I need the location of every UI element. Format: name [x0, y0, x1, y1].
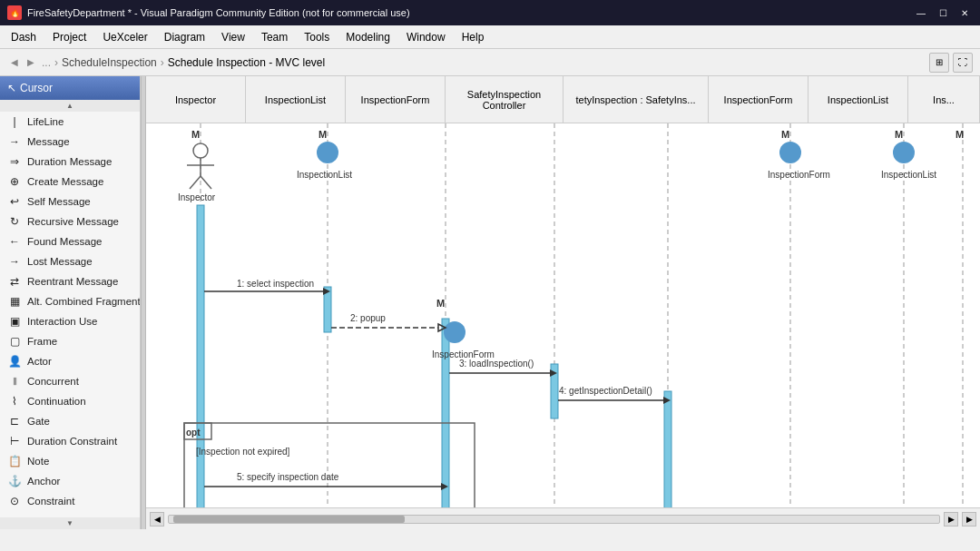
self-message-icon: ↩	[7, 194, 22, 209]
panel-item-label-create-message: Create Message	[27, 176, 103, 187]
svg-point-9	[193, 143, 208, 158]
lifeline-tab-safetycontroller[interactable]: SafetyInspectionController	[446, 76, 564, 123]
close-button[interactable]: ✕	[956, 5, 973, 21]
duration-constraint-icon: ⊢	[7, 434, 22, 448]
panel-item-message[interactable]: →Message	[0, 132, 140, 152]
panel-item-actor[interactable]: 👤Actor	[0, 351, 140, 371]
scroll-left-button[interactable]: ◀	[150, 512, 164, 526]
panel-item-lost-message[interactable]: →Lost Message	[0, 251, 140, 271]
breadcrumb-link[interactable]: ScheduleInspection	[62, 56, 157, 69]
lifeline-tab-inspectionform1[interactable]: InspectionForm	[346, 76, 446, 123]
scroll-expand-button[interactable]: ▶	[962, 512, 976, 526]
lifeline-tab-inspectionform2[interactable]: InspectionForm	[709, 76, 808, 123]
menu-item-help[interactable]: Help	[455, 29, 492, 45]
svg-text:Inspector: Inspector	[178, 192, 216, 202]
lifeline-tab-ins[interactable]: Ins...	[908, 76, 980, 123]
panel-item-found-message[interactable]: ←Found Message	[0, 231, 140, 251]
panel-item-label-interaction-use: Interaction Use	[27, 316, 97, 327]
panel-item-label-duration-constraint: Duration Constraint	[27, 436, 117, 447]
menu-item-dash[interactable]: Dash	[4, 29, 44, 45]
panel-item-lifeline[interactable]: |LifeLine	[0, 112, 140, 132]
panel-scroll-up[interactable]: ▲	[0, 100, 140, 112]
panel-item-label-lost-message: Lost Message	[27, 256, 93, 267]
svg-text:M: M	[895, 129, 903, 140]
svg-text:2: popup: 2: popup	[350, 313, 386, 323]
panel-item-gate[interactable]: ⊏Gate	[0, 411, 140, 431]
panel-item-label-alt-combined-fragment: Alt. Combined Fragment	[27, 296, 140, 307]
svg-line-12	[190, 176, 201, 189]
panel-scroll-down[interactable]: ▼	[0, 517, 140, 529]
frame-icon: ▢	[7, 334, 22, 349]
breadcrumb-current: Schedule Inspection - MVC level	[168, 56, 325, 69]
panel-item-continuation[interactable]: ⌇Continuation	[0, 391, 140, 411]
panel-item-reentrant-message[interactable]: ⇄Reentrant Message	[0, 271, 140, 291]
lost-message-icon: →	[7, 254, 22, 269]
panel-item-note[interactable]: 📋Note	[0, 451, 140, 471]
panel-item-anchor[interactable]: ⚓Anchor	[0, 471, 140, 491]
panel-item-interaction-use[interactable]: ▣Interaction Use	[0, 311, 140, 331]
panel-item-label-self-message: Self Message	[27, 196, 91, 207]
panel-item-label-continuation: Continuation	[27, 396, 86, 407]
svg-point-19	[779, 142, 801, 163]
svg-rect-27	[442, 319, 449, 507]
breadcrumb-forward[interactable]: ▶	[24, 55, 38, 70]
panel-item-concurrent[interactable]: ⦀Concurrent	[0, 371, 140, 391]
breadcrumb-sep1: ...	[42, 56, 51, 69]
menu-item-uexceler[interactable]: UeXceler	[95, 29, 154, 45]
app-icon: 🔥	[7, 5, 22, 20]
recursive-message-icon: ↻	[7, 214, 22, 229]
bottom-scrollbar: ◀ ▶ ▶	[146, 507, 980, 529]
svg-rect-29	[664, 391, 671, 507]
fullscreen-button[interactable]: ⛶	[953, 53, 973, 73]
panel-item-recursive-message[interactable]: ↻Recursive Message	[0, 212, 140, 231]
svg-text:5: specify inspection date: 5: specify inspection date	[237, 472, 339, 482]
svg-text:InspectionList: InspectionList	[881, 170, 936, 180]
panel-item-constraint[interactable]: ⊙Constraint	[0, 491, 140, 511]
scroll-right-button[interactable]: ▶	[944, 512, 958, 526]
menu-item-view[interactable]: View	[214, 29, 252, 45]
breadcrumb-chevron1: ›	[54, 56, 58, 69]
menu-item-tools[interactable]: Tools	[297, 29, 337, 45]
menu-item-window[interactable]: Window	[399, 29, 453, 45]
svg-text:M: M	[436, 298, 445, 309]
lifeline-tab-safetyinspection[interactable]: tetyInspection : SafetyIns...	[564, 76, 709, 123]
lifeline-tab-inspectionlist1[interactable]: InspectionList	[246, 76, 346, 123]
menu-item-project[interactable]: Project	[45, 29, 93, 45]
sequence-diagram-svg: M Inspector M InspectionList M	[146, 123, 980, 507]
svg-text:M: M	[956, 129, 964, 140]
lifeline-tab-inspector[interactable]: Inspector	[146, 76, 246, 123]
cursor-header[interactable]: ↖ Cursor	[0, 76, 140, 100]
create-message-icon: ⊕	[7, 174, 22, 189]
menu-item-diagram[interactable]: Diagram	[157, 29, 212, 45]
menu-item-modeling[interactable]: Modeling	[338, 29, 397, 45]
panel-scroll: |LifeLine→Message⇒Duration Message⊕Creat…	[0, 112, 140, 517]
panel-item-frame[interactable]: ▢Frame	[0, 331, 140, 351]
panel-item-label-found-message: Found Message	[27, 236, 102, 247]
panel-item-duration-constraint[interactable]: ⊢Duration Constraint	[0, 431, 140, 451]
svg-point-31	[444, 321, 466, 343]
maximize-button[interactable]: ☐	[935, 5, 951, 21]
svg-point-22	[893, 142, 915, 163]
panel-item-duration-message[interactable]: ⇒Duration Message	[0, 152, 140, 172]
svg-text:M: M	[191, 129, 200, 140]
minimize-button[interactable]: —	[913, 5, 929, 21]
panel-item-create-message[interactable]: ⊕Create Message	[0, 172, 140, 192]
fit-window-button[interactable]: ⊞	[929, 53, 949, 73]
svg-text:InspectionList: InspectionList	[297, 170, 352, 180]
scroll-track[interactable]	[168, 515, 940, 524]
svg-text:[Inspection not expired]: [Inspection not expired]	[196, 447, 290, 457]
svg-point-16	[317, 142, 338, 163]
message-icon: →	[7, 134, 22, 149]
menu-item-team[interactable]: Team	[254, 29, 295, 45]
breadcrumb-back[interactable]: ◀	[7, 55, 22, 70]
panel-item-self-message[interactable]: ↩Self Message	[0, 192, 140, 212]
found-message-icon: ←	[7, 234, 22, 249]
panel-item-label-reentrant-message: Reentrant Message	[27, 276, 118, 287]
svg-text:opt: opt	[186, 428, 201, 438]
cursor-label: Cursor	[20, 82, 53, 94]
diagram-canvas[interactable]: M Inspector M InspectionList M	[146, 123, 980, 507]
panel-item-label-recursive-message: Recursive Message	[27, 216, 119, 227]
svg-text:M: M	[318, 129, 327, 140]
lifeline-tab-inspectionlist2[interactable]: InspectionList	[808, 76, 908, 123]
panel-item-alt-combined-fragment[interactable]: ▦Alt. Combined Fragment	[0, 291, 140, 311]
